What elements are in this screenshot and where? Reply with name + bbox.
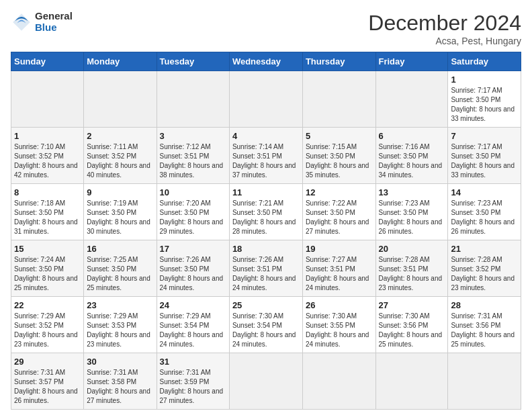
day-number: 29 bbox=[14, 357, 81, 367]
day-info: Sunrise: 7:30 AMSunset: 3:56 PMDaylight:… bbox=[379, 312, 445, 349]
column-header-friday: Friday bbox=[375, 52, 448, 71]
calendar-cell: 29Sunrise: 7:31 AMSunset: 3:57 PMDayligh… bbox=[11, 353, 84, 410]
day-info: Sunrise: 7:31 AMSunset: 3:56 PMDaylight:… bbox=[451, 312, 518, 349]
day-info: Sunrise: 7:28 AMSunset: 3:51 PMDaylight:… bbox=[379, 255, 445, 293]
calendar-cell: 4Sunrise: 7:14 AMSunset: 3:51 PMDaylight… bbox=[229, 128, 302, 184]
day-info: Sunrise: 7:14 AMSunset: 3:51 PMDaylight:… bbox=[232, 142, 300, 180]
calendar-cell: 1Sunrise: 7:17 AMSunset: 3:50 PMDaylight… bbox=[448, 71, 521, 128]
calendar-cell: 28Sunrise: 7:31 AMSunset: 3:56 PMDayligh… bbox=[448, 297, 521, 353]
calendar-cell: 5Sunrise: 7:15 AMSunset: 3:50 PMDaylight… bbox=[302, 128, 375, 184]
calendar-cell bbox=[11, 71, 84, 128]
day-info: Sunrise: 7:31 AMSunset: 3:59 PMDaylight:… bbox=[160, 368, 226, 406]
calendar-cell: 17Sunrise: 7:26 AMSunset: 3:50 PMDayligh… bbox=[157, 240, 229, 297]
day-number: 10 bbox=[160, 187, 226, 197]
day-number: 12 bbox=[306, 187, 373, 197]
day-number: 31 bbox=[160, 357, 226, 367]
day-number: 13 bbox=[379, 187, 445, 197]
day-number: 14 bbox=[451, 187, 518, 197]
logo: General Blue bbox=[11, 11, 73, 33]
day-number: 1 bbox=[451, 75, 518, 85]
day-number: 11 bbox=[232, 187, 300, 197]
calendar-week-row: 15Sunrise: 7:24 AMSunset: 3:50 PMDayligh… bbox=[11, 240, 521, 297]
day-number: 8 bbox=[14, 187, 81, 197]
calendar-week-row: 1Sunrise: 7:10 AMSunset: 3:52 PMDaylight… bbox=[11, 128, 521, 184]
day-number: 25 bbox=[232, 300, 300, 310]
page-header: General Blue December 2024 Acsa, Pest, H… bbox=[11, 11, 521, 46]
day-number: 24 bbox=[160, 300, 226, 310]
calendar-week-row: 29Sunrise: 7:31 AMSunset: 3:57 PMDayligh… bbox=[11, 353, 521, 410]
calendar-cell: 24Sunrise: 7:29 AMSunset: 3:54 PMDayligh… bbox=[157, 297, 229, 353]
day-number: 9 bbox=[87, 187, 153, 197]
day-info: Sunrise: 7:15 AMSunset: 3:50 PMDaylight:… bbox=[306, 142, 373, 180]
day-number: 26 bbox=[306, 300, 373, 310]
day-info: Sunrise: 7:23 AMSunset: 3:50 PMDaylight:… bbox=[379, 199, 445, 236]
calendar-cell bbox=[448, 353, 521, 410]
calendar-cell: 15Sunrise: 7:24 AMSunset: 3:50 PMDayligh… bbox=[11, 240, 84, 297]
day-info: Sunrise: 7:29 AMSunset: 3:53 PMDaylight:… bbox=[87, 312, 153, 349]
day-number: 19 bbox=[306, 244, 373, 254]
day-info: Sunrise: 7:20 AMSunset: 3:50 PMDaylight:… bbox=[160, 199, 226, 236]
calendar-week-row: 8Sunrise: 7:18 AMSunset: 3:50 PMDaylight… bbox=[11, 184, 521, 240]
calendar-cell bbox=[302, 353, 375, 410]
calendar-cell bbox=[229, 71, 302, 128]
day-number: 16 bbox=[87, 244, 153, 254]
day-number: 6 bbox=[379, 131, 445, 141]
day-info: Sunrise: 7:27 AMSunset: 3:51 PMDaylight:… bbox=[306, 255, 373, 293]
calendar-cell: 20Sunrise: 7:28 AMSunset: 3:51 PMDayligh… bbox=[375, 240, 448, 297]
month-title: December 2024 bbox=[368, 11, 521, 36]
calendar-cell: 11Sunrise: 7:21 AMSunset: 3:50 PMDayligh… bbox=[229, 184, 302, 240]
calendar-cell: 25Sunrise: 7:30 AMSunset: 3:54 PMDayligh… bbox=[229, 297, 302, 353]
day-number: 2 bbox=[87, 131, 153, 141]
day-info: Sunrise: 7:29 AMSunset: 3:52 PMDaylight:… bbox=[14, 312, 81, 349]
day-number: 23 bbox=[87, 300, 153, 310]
calendar-week-row: 22Sunrise: 7:29 AMSunset: 3:52 PMDayligh… bbox=[11, 297, 521, 353]
column-header-saturday: Saturday bbox=[448, 52, 521, 71]
calendar-cell: 10Sunrise: 7:20 AMSunset: 3:50 PMDayligh… bbox=[157, 184, 229, 240]
calendar-cell bbox=[157, 71, 229, 128]
column-header-thursday: Thursday bbox=[302, 52, 375, 71]
calendar-cell: 30Sunrise: 7:31 AMSunset: 3:58 PMDayligh… bbox=[84, 353, 157, 410]
day-info: Sunrise: 7:18 AMSunset: 3:50 PMDaylight:… bbox=[14, 199, 81, 236]
day-number: 7 bbox=[451, 131, 518, 141]
day-info: Sunrise: 7:31 AMSunset: 3:58 PMDaylight:… bbox=[87, 368, 153, 406]
calendar-cell bbox=[375, 71, 448, 128]
svg-marker-0 bbox=[13, 13, 30, 31]
calendar-week-row: 1Sunrise: 7:17 AMSunset: 3:50 PMDaylight… bbox=[11, 71, 521, 128]
day-info: Sunrise: 7:26 AMSunset: 3:51 PMDaylight:… bbox=[232, 255, 300, 293]
day-info: Sunrise: 7:30 AMSunset: 3:55 PMDaylight:… bbox=[306, 312, 373, 349]
calendar-cell: 12Sunrise: 7:22 AMSunset: 3:50 PMDayligh… bbox=[302, 184, 375, 240]
calendar-cell: 2Sunrise: 7:11 AMSunset: 3:52 PMDaylight… bbox=[84, 128, 157, 184]
day-info: Sunrise: 7:21 AMSunset: 3:50 PMDaylight:… bbox=[232, 199, 300, 236]
day-info: Sunrise: 7:17 AMSunset: 3:50 PMDaylight:… bbox=[451, 86, 518, 124]
day-info: Sunrise: 7:17 AMSunset: 3:50 PMDaylight:… bbox=[451, 142, 518, 180]
calendar-cell: 1Sunrise: 7:10 AMSunset: 3:52 PMDaylight… bbox=[11, 128, 84, 184]
column-header-wednesday: Wednesday bbox=[229, 52, 302, 71]
calendar-cell: 27Sunrise: 7:30 AMSunset: 3:56 PMDayligh… bbox=[375, 297, 448, 353]
calendar-cell: 22Sunrise: 7:29 AMSunset: 3:52 PMDayligh… bbox=[11, 297, 84, 353]
day-info: Sunrise: 7:25 AMSunset: 3:50 PMDaylight:… bbox=[87, 255, 153, 293]
day-number: 28 bbox=[451, 300, 518, 310]
day-info: Sunrise: 7:10 AMSunset: 3:52 PMDaylight:… bbox=[14, 142, 81, 180]
calendar-cell: 26Sunrise: 7:30 AMSunset: 3:55 PMDayligh… bbox=[302, 297, 375, 353]
day-number: 4 bbox=[232, 131, 300, 141]
calendar-cell: 19Sunrise: 7:27 AMSunset: 3:51 PMDayligh… bbox=[302, 240, 375, 297]
day-info: Sunrise: 7:30 AMSunset: 3:54 PMDaylight:… bbox=[232, 312, 300, 349]
day-number: 1 bbox=[14, 131, 81, 141]
day-number: 15 bbox=[14, 244, 81, 254]
column-header-sunday: Sunday bbox=[11, 52, 84, 71]
calendar-cell bbox=[302, 71, 375, 128]
day-number: 22 bbox=[14, 300, 81, 310]
calendar-cell: 7Sunrise: 7:17 AMSunset: 3:50 PMDaylight… bbox=[448, 128, 521, 184]
logo-general-text: General bbox=[35, 11, 73, 22]
day-number: 30 bbox=[87, 357, 153, 367]
calendar-cell: 23Sunrise: 7:29 AMSunset: 3:53 PMDayligh… bbox=[84, 297, 157, 353]
column-header-monday: Monday bbox=[84, 52, 157, 71]
day-number: 21 bbox=[451, 244, 518, 254]
calendar-cell: 9Sunrise: 7:19 AMSunset: 3:50 PMDaylight… bbox=[84, 184, 157, 240]
day-number: 3 bbox=[160, 131, 226, 141]
calendar-cell: 14Sunrise: 7:23 AMSunset: 3:50 PMDayligh… bbox=[448, 184, 521, 240]
calendar-cell bbox=[84, 71, 157, 128]
calendar-table: SundayMondayTuesdayWednesdayThursdayFrid… bbox=[11, 52, 521, 410]
calendar-cell bbox=[229, 353, 302, 410]
logo-text: General Blue bbox=[35, 11, 73, 33]
